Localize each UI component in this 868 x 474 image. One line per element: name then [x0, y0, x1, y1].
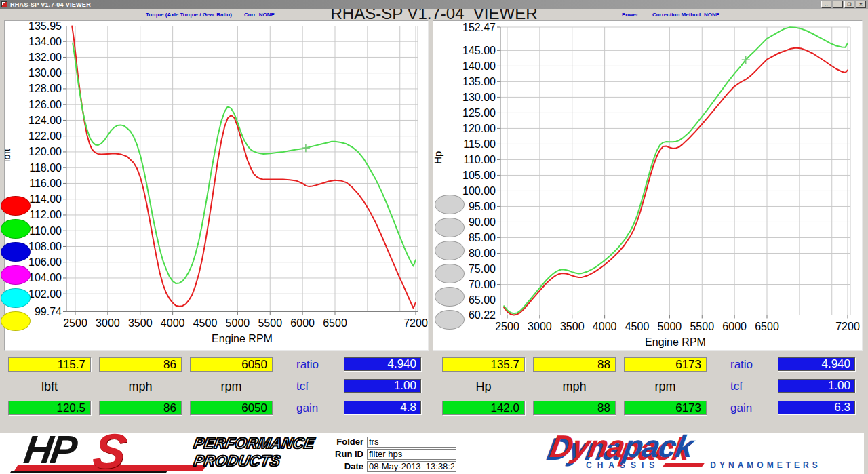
x-tick-label: 3500 [560, 321, 585, 332]
torque-correction-text: Corr: NONE [244, 12, 275, 18]
gain-label: gain [730, 401, 771, 415]
cursor-value-box: 115.7 [8, 357, 91, 372]
cursor-value-box: 6173 [624, 357, 707, 372]
curve-run-red [504, 48, 848, 315]
x-tick-label: 4000 [593, 321, 617, 332]
unit-label: rpm [624, 380, 707, 394]
cursor-value-box: 6050 [190, 357, 273, 372]
gain-label: gain [296, 401, 337, 415]
tcf-label: tcf [730, 380, 771, 393]
cursor-value-box: 86 [99, 401, 182, 415]
date-label: Date [331, 461, 363, 471]
dynapack-dynamometers-text: DYNAMOMETERS [710, 460, 821, 470]
ratio-label: ratio [296, 358, 337, 372]
run-button-cyan[interactable] [1, 288, 31, 308]
x-tick-label: 6500 [755, 321, 779, 332]
run-button-slot-1[interactable] [435, 195, 465, 214]
dynapack-logo: Dynapack CHASSISDYNAMOMETERS [551, 433, 863, 474]
unit-label: mph [533, 380, 616, 394]
run-button-slot-4[interactable] [435, 264, 465, 283]
x-tick-label: 6500 [323, 317, 347, 329]
power-chart[interactable]: 152.47145.00140.00135.00130.00125.00120.… [433, 21, 863, 351]
y-tick-label: 95.00 [469, 201, 496, 212]
torque-subtitle-text: Torque (Axle Torque / Gear Ratio) [146, 12, 232, 18]
y-tick-label: 126.00 [28, 99, 62, 111]
resize-button[interactable]: ↔ [821, 1, 831, 8]
y-tick-label: 130.00 [462, 92, 496, 103]
y-tick-label: 114.00 [29, 193, 62, 205]
y-tick-label: 112.00 [29, 209, 62, 220]
window-controls: ↔ _ ❐ ✕ [821, 1, 866, 8]
x-axis-title: Engine RPM [212, 333, 273, 344]
hps-logo-hp: HP [22, 430, 78, 469]
cursor-value-box: 142.0 [442, 401, 525, 415]
x-tick-label: 5500 [690, 321, 714, 332]
run-button-slot-2[interactable] [435, 218, 465, 237]
footer-bar: S HP PERFORMANCE PRODUCTS Folder Run ID … [0, 433, 864, 474]
run-button-blue[interactable] [1, 242, 31, 262]
y-tick-label: 99.74 [35, 306, 62, 317]
y-tick-label: 60.22 [469, 309, 496, 321]
y-tick-label: 134.00 [28, 36, 62, 47]
minimize-button[interactable]: _ [833, 1, 843, 8]
dynapack-swoosh [663, 463, 705, 467]
run-button-red[interactable] [1, 196, 31, 216]
y-tick-label: 90.00 [469, 216, 496, 228]
y-tick-label: 102.00 [28, 288, 62, 300]
run-button-slot-5[interactable] [435, 287, 465, 307]
header-strip: RHAS-SP V1.7-04 VIEWER Torque (Axle Torq… [0, 9, 868, 20]
cursor-value-box: 88 [533, 401, 616, 415]
y-tick-label: 116.00 [29, 178, 62, 189]
torque-chart-panel: 135.95134.00132.00130.00128.00126.00124.… [4, 20, 429, 351]
y-tick-label: 104.00 [28, 272, 62, 283]
dynapack-text-dyna: Dyna [547, 429, 627, 464]
x-tick-label: 7200 [835, 321, 860, 332]
hps-products-text: PRODUCTS [193, 452, 316, 470]
y-tick-label: 118.00 [29, 162, 62, 174]
run-button-magenta[interactable] [1, 265, 31, 285]
cursor-cross-marker [302, 144, 310, 152]
y-tick-label: 135.95 [28, 21, 62, 32]
y-tick-label: 108.00 [28, 241, 62, 252]
axes [497, 27, 850, 319]
unit-label: Hp [442, 380, 525, 394]
unit-label: rpm [190, 380, 273, 394]
tcf-value-box: 1.00 [778, 379, 855, 393]
date-input[interactable] [367, 461, 456, 472]
run-button-yellow[interactable] [1, 311, 31, 331]
y-tick-label: 80.00 [469, 248, 496, 259]
axis-labels: 135.95134.00132.00130.00128.00126.00124.… [5, 21, 428, 344]
ratio-value-box: 4.940 [778, 357, 855, 371]
torque-chart[interactable]: 135.95134.00132.00130.00128.00126.00124.… [5, 21, 429, 351]
hps-logo: S HP PERFORMANCE PRODUCTS [7, 435, 312, 474]
power-chart-subtitle: Power: Correction Method: NONE [622, 12, 719, 18]
run-button-slot-6[interactable] [435, 310, 465, 330]
unit-label: lbft [8, 380, 91, 394]
y-tick-label: 85.00 [469, 232, 496, 243]
restore-button[interactable]: ❐ [844, 1, 854, 8]
y-tick-label: 122.00 [28, 130, 62, 142]
folder-input[interactable] [367, 437, 456, 448]
gridlines [66, 26, 418, 312]
run-button-slot-3[interactable] [435, 241, 465, 260]
cursor-value-box: 6050 [190, 401, 273, 415]
tcf-value-box: 1.00 [344, 379, 421, 393]
x-tick-label: 6000 [290, 317, 315, 329]
y-tick-label: 124.00 [28, 115, 62, 126]
dynapack-text-pack: pack [621, 429, 696, 464]
app-icon [1, 1, 7, 7]
viewer-window: RHAS-SP V1.7-04 VIEWER ↔ _ ❐ ✕ RHAS-SP V… [0, 0, 868, 474]
close-button[interactable]: ✕ [856, 1, 866, 8]
curve-run-green [73, 43, 416, 284]
gain-value-box: 6.3 [778, 401, 855, 414]
cursor-value-box: 6173 [624, 401, 707, 415]
power-subtitle-text: Power: [622, 12, 640, 18]
ratio-value-box: 4.940 [344, 357, 421, 371]
unit-label: mph [99, 380, 182, 394]
run-button-green[interactable] [1, 219, 31, 239]
run-id-input[interactable] [367, 449, 456, 460]
y-tick-label: 106.00 [28, 256, 62, 268]
x-tick-label: 2500 [63, 317, 87, 329]
y-tick-label: 130.00 [28, 67, 62, 79]
dynapack-chassis-text: CHASSIS [586, 460, 660, 470]
